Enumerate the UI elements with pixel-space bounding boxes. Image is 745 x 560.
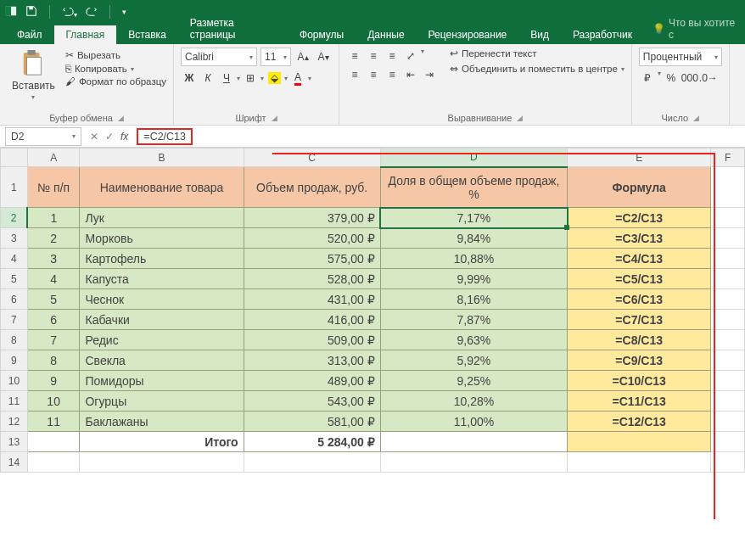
cell[interactable]: 6 (27, 310, 80, 330)
cell[interactable] (568, 452, 711, 473)
cell[interactable] (711, 432, 745, 452)
cell[interactable]: 8,16% (380, 289, 567, 310)
cell[interactable] (711, 249, 745, 269)
borders-button[interactable]: ⊞ (242, 70, 259, 87)
tell-me-search[interactable]: 💡 Что вы хотите с (644, 14, 745, 44)
cell[interactable]: 5,92% (380, 350, 567, 371)
select-all-corner[interactable] (1, 148, 28, 167)
cell[interactable]: 379,00 ₽ (244, 208, 380, 228)
decrease-font-button[interactable]: A▾ (315, 48, 332, 65)
align-center-button[interactable]: ≡ (365, 66, 382, 83)
dialog-launcher-icon[interactable]: ◢ (517, 114, 523, 122)
row-header[interactable]: 12 (1, 412, 28, 432)
align-right-button[interactable]: ≡ (384, 66, 401, 83)
underline-button[interactable]: Ч (218, 70, 235, 87)
cell[interactable]: 3 (27, 249, 80, 269)
fx-icon[interactable]: fx (120, 131, 128, 143)
cut-button[interactable]: ✂Вырезать (65, 49, 166, 61)
cell[interactable]: Картофель (80, 249, 244, 269)
column-header[interactable]: E (568, 148, 711, 167)
cell[interactable] (711, 330, 745, 350)
cell[interactable]: 2 (27, 228, 80, 249)
row-header[interactable]: 13 (1, 432, 28, 452)
cell[interactable]: 9,63% (380, 330, 567, 350)
row-header[interactable]: 7 (1, 310, 28, 330)
cell[interactable]: Помидоры (80, 371, 244, 391)
fill-color-button[interactable]: ⬙ (266, 70, 283, 87)
align-top-button[interactable]: ≡ (346, 48, 363, 64)
cell[interactable] (711, 350, 745, 371)
font-name-combo[interactable]: Calibri▾ (181, 48, 257, 66)
align-left-button[interactable]: ≡ (346, 66, 363, 83)
cell[interactable]: =C12/C13 (568, 412, 711, 432)
comma-format-button[interactable]: 000 (681, 70, 698, 87)
cell[interactable] (711, 412, 745, 432)
cell[interactable]: 1 (27, 208, 80, 228)
cell[interactable] (711, 391, 745, 412)
formula-input[interactable]: =C2/C13 (137, 127, 745, 146)
cancel-formula-icon[interactable]: ✕ (90, 131, 98, 143)
tab-developer[interactable]: Разработчик (561, 25, 644, 44)
merge-center-button[interactable]: ⇔Объединить и поместить в центре▾ (450, 63, 625, 75)
row-header[interactable]: 10 (1, 371, 28, 391)
cell[interactable]: 9,99% (380, 269, 567, 289)
row-header[interactable]: 14 (1, 452, 28, 473)
tab-review[interactable]: Рецензирование (417, 25, 519, 44)
cell[interactable]: =C6/C13 (568, 289, 711, 310)
cell[interactable] (711, 371, 745, 391)
cell[interactable] (711, 310, 745, 330)
cell[interactable]: 9 (27, 371, 80, 391)
cell[interactable]: 543,00 ₽ (244, 391, 380, 412)
cell[interactable] (380, 452, 567, 473)
cell[interactable]: 5 284,00 ₽ (244, 432, 380, 452)
cell[interactable]: 10,28% (380, 391, 567, 412)
row-header[interactable]: 6 (1, 289, 28, 310)
font-size-combo[interactable]: 11▾ (260, 48, 291, 66)
cell[interactable]: 7,87% (380, 310, 567, 330)
tab-formulas[interactable]: Формулы (288, 25, 356, 44)
cell[interactable]: 9,84% (380, 228, 567, 249)
cell[interactable]: 11,00% (380, 412, 567, 432)
format-painter-button[interactable]: 🖌Формат по образцу (65, 76, 166, 87)
tab-file[interactable]: Файл (5, 25, 54, 44)
cell[interactable]: Итого (80, 432, 244, 452)
tab-data[interactable]: Данные (356, 25, 416, 44)
increase-decimal-button[interactable]: .0→ (700, 70, 717, 87)
row-header[interactable]: 2 (1, 208, 28, 228)
wrap-text-button[interactable]: ↩Перенести текст (450, 48, 625, 59)
cell[interactable] (711, 452, 745, 473)
header-cell[interactable]: № п/п (27, 167, 80, 208)
row-header[interactable]: 5 (1, 269, 28, 289)
header-cell[interactable]: Формула (568, 167, 711, 208)
cell[interactable]: Лук (80, 208, 244, 228)
cell[interactable]: 416,00 ₽ (244, 310, 380, 330)
cell[interactable]: =C3/C13 (568, 228, 711, 249)
cell[interactable]: 489,00 ₽ (244, 371, 380, 391)
cell[interactable] (380, 432, 567, 452)
cell[interactable]: 520,00 ₽ (244, 228, 380, 249)
cell[interactable]: =C10/C13 (568, 371, 711, 391)
header-cell[interactable]: Объем продаж, руб. (244, 167, 380, 208)
cell[interactable]: 11 (27, 412, 80, 432)
cell[interactable]: =C2/C13 (568, 208, 711, 228)
cell[interactable]: =C9/C13 (568, 350, 711, 371)
cell[interactable] (80, 452, 244, 473)
cell[interactable] (711, 269, 745, 289)
row-header[interactable]: 9 (1, 350, 28, 371)
align-middle-button[interactable]: ≡ (365, 48, 382, 64)
cell[interactable]: 575,00 ₽ (244, 249, 380, 269)
cell[interactable]: 7 (27, 330, 80, 350)
dialog-launcher-icon[interactable]: ◢ (693, 114, 699, 122)
decrease-indent-button[interactable]: ⇤ (402, 66, 419, 83)
tab-page-layout[interactable]: Разметка страницы (178, 14, 288, 44)
cell[interactable]: Свекла (80, 350, 244, 371)
cell[interactable] (711, 228, 745, 249)
cell[interactable]: Кабачки (80, 310, 244, 330)
cell[interactable] (568, 432, 711, 452)
copy-button[interactable]: ⎘Копировать▾ (65, 64, 166, 74)
cell[interactable]: Баклажаны (80, 412, 244, 432)
tab-home[interactable]: Главная (54, 25, 117, 44)
cell[interactable] (711, 289, 745, 310)
save-icon[interactable] (25, 5, 37, 20)
cell[interactable]: =C11/C13 (568, 391, 711, 412)
